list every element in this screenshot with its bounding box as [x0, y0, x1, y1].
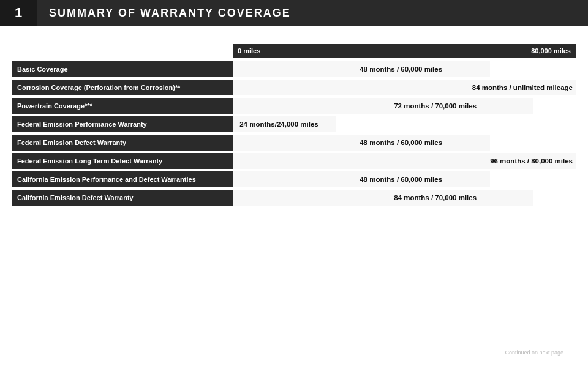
warranty-row-california-emission-performance: California Emission Performance and Defe…: [12, 171, 576, 187]
warranty-row-basic-coverage: Basic Coverage48 months / 60,000 miles: [12, 61, 576, 77]
warranty-label-text-federal-emission-performance: Federal Emission Performance Warranty: [12, 116, 233, 132]
warranty-label-text-federal-emission-defect: Federal Emission Defect Warranty: [12, 135, 233, 151]
warranty-row-federal-emission-defect: Federal Emission Defect Warranty48 month…: [12, 135, 576, 151]
scale-bar-row: 0 miles 80,000 miles: [12, 44, 576, 58]
warranty-bar-basic-coverage: 48 months / 60,000 miles: [233, 61, 576, 77]
warranty-label-california-emission-performance: California Emission Performance and Defe…: [12, 171, 233, 187]
warranty-coverage-text-powertrain-coverage: 72 months / 70,000 miles: [394, 102, 477, 110]
warranty-label-text-powertrain-coverage: Powertrain Coverage***: [12, 98, 233, 114]
warranty-label-text-basic-coverage: Basic Coverage: [12, 61, 233, 77]
warranty-coverage-text-federal-emission-performance: 24 months/24,000 miles: [239, 121, 318, 128]
warranty-label-federal-emission-defect: Federal Emission Defect Warranty: [12, 135, 233, 151]
header-number: 1: [0, 0, 37, 26]
warranty-label-text-corrosion-coverage: Corrosion Coverage (Perforation from Cor…: [12, 80, 233, 95]
warranty-bar-federal-emission-defect: 48 months / 60,000 miles: [233, 135, 576, 151]
warranty-row-powertrain-coverage: Powertrain Coverage***72 months / 70,000…: [12, 98, 576, 114]
warranty-rows: Basic Coverage48 months / 60,000 milesCo…: [12, 61, 576, 206]
warranty-row-federal-emission-long-term: Federal Emission Long Term Defect Warran…: [12, 153, 576, 169]
warranty-bar-california-emission-defect: 84 months / 70,000 miles: [233, 190, 576, 206]
warranty-bar-federal-emission-long-term: 96 months / 80,000 miles: [233, 153, 576, 169]
warranty-label-basic-coverage: Basic Coverage: [12, 61, 233, 77]
main-content: 0 miles 80,000 miles Basic Coverage48 mo…: [0, 26, 588, 214]
warranty-bar-corrosion-coverage: 84 months / unlimited mileage: [233, 80, 576, 95]
warranty-coverage-text-california-emission-performance: 48 months / 60,000 miles: [360, 176, 442, 183]
warranty-row-corrosion-coverage: Corrosion Coverage (Perforation from Cor…: [12, 80, 576, 95]
warranty-bar-powertrain-coverage: 72 months / 70,000 miles: [233, 98, 576, 114]
warranty-bar-fill-powertrain-coverage: [233, 98, 533, 114]
warranty-bar-california-emission-performance: 48 months / 60,000 miles: [233, 171, 576, 187]
footer-area: Continued on next page: [505, 350, 564, 356]
warranty-coverage-text-federal-emission-long-term: 96 months / 80,000 miles: [490, 157, 573, 165]
warranty-label-federal-emission-long-term: Federal Emission Long Term Defect Warran…: [12, 153, 233, 169]
warranty-label-california-emission-defect: California Emission Defect Warranty: [12, 190, 233, 206]
warranty-label-text-california-emission-performance: California Emission Performance and Defe…: [12, 171, 233, 187]
scale-end-label: 80,000 miles: [531, 47, 571, 54]
warranty-label-corrosion-coverage: Corrosion Coverage (Perforation from Cor…: [12, 80, 233, 95]
warranty-bar-federal-emission-performance: 24 months/24,000 miles: [233, 116, 576, 132]
header-title: SUMMARY OF WARRANTY COVERAGE: [37, 7, 291, 20]
warranty-coverage-text-corrosion-coverage: 84 months / unlimited mileage: [472, 84, 573, 91]
warranty-label-text-federal-emission-long-term: Federal Emission Long Term Defect Warran…: [12, 153, 233, 169]
footer-watermark: Continued on next page: [505, 350, 564, 356]
warranty-coverage-text-california-emission-defect: 84 months / 70,000 miles: [394, 194, 477, 201]
warranty-row-federal-emission-performance: Federal Emission Performance Warranty24 …: [12, 116, 576, 132]
scale-start-label: 0 miles: [238, 47, 260, 54]
scale-spacer: [12, 44, 233, 58]
warranty-label-powertrain-coverage: Powertrain Coverage***: [12, 98, 233, 114]
warranty-bar-fill-california-emission-defect: [233, 190, 533, 206]
warranty-label-text-california-emission-defect: California Emission Defect Warranty: [12, 190, 233, 206]
scale-bar: 0 miles 80,000 miles: [233, 44, 576, 58]
warranty-coverage-text-basic-coverage: 48 months / 60,000 miles: [360, 65, 442, 73]
page-container: 1 SUMMARY OF WARRANTY COVERAGE 0 miles 8…: [0, 0, 588, 374]
warranty-row-california-emission-defect: California Emission Defect Warranty84 mo…: [12, 190, 576, 206]
warranty-coverage-text-federal-emission-defect: 48 months / 60,000 miles: [360, 139, 442, 146]
warranty-label-federal-emission-performance: Federal Emission Performance Warranty: [12, 116, 233, 132]
header: 1 SUMMARY OF WARRANTY COVERAGE: [0, 0, 588, 26]
